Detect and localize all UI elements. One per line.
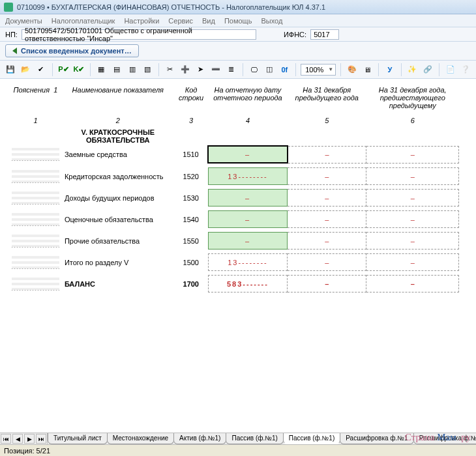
save-icon[interactable]: 💾	[4, 63, 17, 76]
sheet-tab[interactable]: Расшифровка ф.№1	[340, 433, 413, 444]
fx-icon[interactable]: 0f	[278, 63, 291, 76]
value-prevprev[interactable]: –	[366, 211, 459, 228]
toolbar: 💾 📂 ✔ P✔ K✔ ▦ ▤ ▥ ▧ ✂ ➕ ➤ ➖ ≣ 🖵 ◫ 0f 100…	[0, 61, 476, 79]
open-icon[interactable]: 📂	[20, 63, 33, 76]
explanation-cell[interactable]	[12, 235, 59, 248]
value-prev[interactable]: –	[288, 233, 366, 249]
value-prev[interactable]: –	[288, 254, 366, 271]
explanation-cell[interactable]	[12, 256, 59, 269]
sheet-tab[interactable]: Местонахождение	[107, 433, 174, 444]
ifns-field[interactable]: 5017	[310, 29, 339, 40]
explanation-cell[interactable]	[12, 148, 59, 161]
table-row: БАЛАНС1700583-------––	[9, 276, 459, 292]
table-row: Заемные средства1510–––	[9, 146, 459, 163]
indicator-name: Заемные средства	[62, 146, 174, 163]
palette-icon[interactable]: 🎨	[346, 63, 359, 76]
value-prevprev[interactable]: –	[366, 233, 459, 249]
indicator-name: Итого по разделу V	[62, 254, 174, 271]
value-current[interactable]: 13--------	[208, 168, 287, 185]
doc-icon[interactable]: 📄	[444, 63, 457, 76]
grid1-icon[interactable]: ▦	[95, 63, 108, 76]
grid3-icon[interactable]: ▥	[126, 63, 139, 76]
grid4-icon[interactable]: ▧	[141, 63, 154, 76]
explanation-cell[interactable]	[12, 213, 59, 226]
row-code: 1530	[174, 190, 209, 207]
tab-first-button[interactable]: ⏮	[1, 434, 11, 444]
explanation-cell[interactable]	[12, 170, 59, 183]
tab-prev-button[interactable]: ◀	[12, 434, 23, 444]
value-prevprev[interactable]: –	[366, 168, 459, 185]
tab-last-button[interactable]: ⏭	[36, 434, 46, 444]
window-title: 0710099 • БУХГАЛТЕРСКАЯ (ФИНАНСОВАЯ) ОТЧ…	[17, 3, 325, 11]
value-current[interactable]: –	[208, 190, 287, 207]
row-code: 1550	[174, 233, 209, 249]
value-current[interactable]: 583-------	[208, 276, 287, 292]
row-code: 1700	[174, 276, 209, 292]
sheet-tab[interactable]: Титульный лист	[48, 433, 108, 444]
h-current: На отчетную дату отчетного периода	[208, 85, 287, 115]
value-prev[interactable]: –	[288, 146, 366, 163]
explanation-cell[interactable]	[12, 278, 59, 291]
row-code: 1510	[174, 146, 209, 163]
menu-exit[interactable]: Выход	[261, 17, 282, 25]
sheet-tab[interactable]: Актив (ф.№1)	[173, 433, 226, 444]
value-prev[interactable]: –	[288, 211, 366, 228]
menu-help[interactable]: Помощь	[224, 17, 252, 25]
monitor-icon[interactable]: 🖥	[361, 63, 374, 76]
tab-next-button[interactable]: ▶	[24, 434, 35, 444]
cut-icon[interactable]: ✂	[164, 63, 177, 76]
menu-service[interactable]: Сервис	[168, 17, 193, 25]
value-prevprev[interactable]: –	[366, 276, 459, 292]
pointer-icon[interactable]: ➤	[194, 63, 207, 76]
k-check-icon[interactable]: K✔	[72, 63, 85, 76]
zoom-select[interactable]: 100%	[301, 64, 336, 76]
refresh-icon[interactable]: ✔	[35, 63, 48, 76]
value-prev[interactable]: –	[288, 168, 366, 185]
value-prevprev[interactable]: –	[366, 254, 459, 271]
screen-icon[interactable]: 🖵	[248, 63, 261, 76]
statusbar: Позиция: 5/21	[0, 444, 476, 456]
menu-documents[interactable]: Документы	[5, 17, 42, 25]
window-icon[interactable]: ◫	[263, 63, 276, 76]
menubar: Документы Налогоплательщик Настройки Сер…	[0, 14, 476, 27]
value-prevprev[interactable]: –	[366, 190, 459, 207]
value-prevprev[interactable]: –	[366, 146, 459, 163]
explanation-cell[interactable]	[12, 192, 59, 205]
menu-taxpayer[interactable]: Налогоплательщик	[52, 17, 115, 25]
value-prev[interactable]: –	[288, 276, 366, 292]
grid2-icon[interactable]: ▤	[110, 63, 123, 76]
entered-documents-button[interactable]: Список введенных документ…	[5, 44, 139, 57]
status-value: 5/21	[37, 447, 50, 455]
value-prev[interactable]: –	[288, 190, 366, 207]
window-titlebar: 0710099 • БУХГАЛТЕРСКАЯ (ФИНАНСОВАЯ) ОТЧ…	[0, 0, 476, 14]
link-icon[interactable]: 🔗	[421, 63, 434, 76]
document-area[interactable]: Пояснения 1 Наименование показателя Код …	[0, 78, 476, 433]
h-prev: На 31 декабря предыдущего года	[288, 85, 366, 115]
wand-icon[interactable]: ✨	[406, 63, 419, 76]
app-icon	[4, 3, 13, 12]
indicator-name: БАЛАНС	[62, 276, 174, 292]
indicator-name: Прочие обязательства	[62, 233, 174, 249]
sheet-tab[interactable]: Пассив (ф.№1)	[283, 433, 340, 444]
u-icon[interactable]: У	[383, 63, 396, 76]
np-field[interactable]: 5017095472/501701001 Общество с ограниче…	[22, 29, 256, 40]
tab-nav: ⏮ ◀ ▶ ⏭	[0, 433, 48, 444]
rows-icon[interactable]: ≣	[225, 63, 238, 76]
indicator-name: Кредиторская задолженность	[62, 168, 174, 185]
minus-icon[interactable]: ➖	[209, 63, 222, 76]
help-icon[interactable]: ❔	[459, 63, 472, 76]
menu-settings[interactable]: Настройки	[124, 17, 159, 25]
sheet-tabstrip: ⏮ ◀ ▶ ⏭ Титульный листМестонахождениеАкт…	[0, 433, 476, 444]
value-current[interactable]: –	[208, 211, 287, 228]
value-current[interactable]: –	[208, 233, 287, 249]
table-row: Оценочные обязательства1540–––	[9, 211, 459, 228]
sheet-tab[interactable]: Пассив (ф.№1)	[226, 433, 283, 444]
menu-view[interactable]: Вид	[202, 17, 215, 25]
plus-icon[interactable]: ➕	[179, 63, 192, 76]
p-check-icon[interactable]: P✔	[57, 63, 70, 76]
arrow-left-icon	[12, 48, 17, 54]
value-current[interactable]: –	[208, 146, 287, 163]
sheet-tab[interactable]: Расшифровка ф.№1	[413, 433, 476, 444]
ifns-label: ИФНС:	[284, 31, 306, 38]
value-current[interactable]: 13--------	[208, 254, 287, 271]
